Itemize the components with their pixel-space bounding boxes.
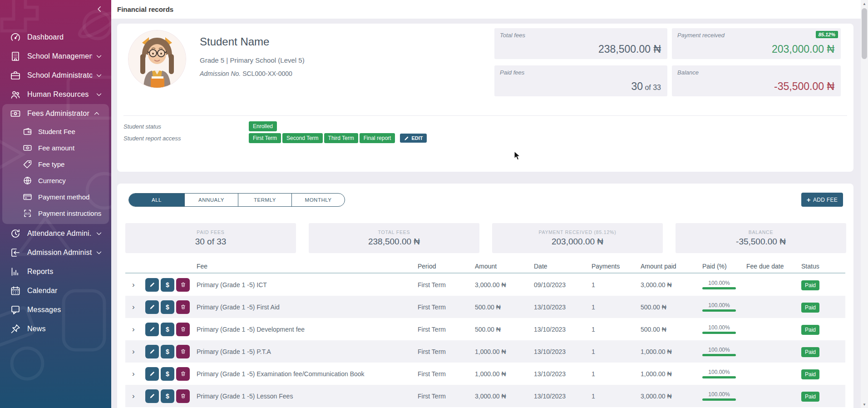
fee-name: Primary (Grade 1 -5) Development fee: [197, 326, 418, 333]
sidebar-item-student-fee[interactable]: Student Fee: [2, 123, 109, 139]
sidebar-item-label: Reports: [27, 268, 103, 276]
fee-name: Primary (Grade 1 -5) Examination fee/Com…: [197, 370, 418, 378]
sidebar-item-messages[interactable]: Messages: [0, 300, 111, 319]
payment-received-value: 203,000.00 ₦: [772, 43, 834, 55]
sidebar-item-payment-instructions[interactable]: 0121 Payment instructions: [2, 205, 109, 221]
sidebar-item-label: Payment instructions: [38, 209, 101, 217]
scrollbar-thumb[interactable]: [862, 8, 867, 59]
sidebar-item-payment-method[interactable]: Payment method: [2, 189, 109, 205]
delete-fee-button[interactable]: [176, 367, 190, 381]
sidebar-item-news[interactable]: News: [0, 319, 111, 338]
table-row: › $ Primary (Grade 1 -5) Development fee…: [125, 318, 845, 340]
delete-fee-button[interactable]: [176, 345, 190, 358]
table-body: › $ Primary (Grade 1 -5) ICT First Term …: [125, 274, 845, 407]
col-header-fee: Fee: [197, 263, 418, 270]
pay-fee-button[interactable]: $: [161, 323, 174, 336]
edit-fee-button[interactable]: [145, 345, 159, 358]
delete-fee-button[interactable]: [176, 278, 190, 292]
sidebar-item-label: Admission Administ...: [27, 249, 92, 257]
page-header: Financial records: [111, 0, 861, 19]
term-badge: Second Term: [282, 133, 322, 143]
admission-value: SCL000-XX-0000: [242, 70, 292, 77]
edit-fee-button[interactable]: [145, 323, 159, 336]
svg-text:0121: 0121: [25, 211, 31, 214]
pay-fee-button[interactable]: $: [161, 300, 174, 314]
pencil-icon: [404, 136, 409, 141]
tab-annualy[interactable]: ANNUALY: [184, 194, 238, 206]
status-paid-badge: Paid: [801, 303, 819, 313]
edit-fee-button[interactable]: [145, 389, 159, 403]
col-header-amount-paid: Amount paid: [641, 263, 702, 270]
row-expand-chevron[interactable]: ›: [132, 280, 135, 289]
paid-fees-value: 30 of 33: [631, 80, 661, 93]
scroll-up-arrow[interactable]: ▲: [861, 0, 868, 7]
row-expand-chevron[interactable]: ›: [132, 303, 135, 311]
fees-table-card: ALL ANNUALY TERMLY MONTHLY + ADD FEE PAI…: [117, 184, 853, 408]
sidebar-item-reports[interactable]: Reports: [0, 262, 111, 281]
col-header-status: Status: [801, 263, 845, 270]
row-expand-chevron[interactable]: ›: [132, 392, 135, 400]
pay-fee-button[interactable]: $: [161, 278, 174, 292]
sidebar-item-fees-administrator[interactable]: Fees Administrator: [2, 104, 109, 123]
stat-payment-received: PAYMENT RECEIVED (85.12%) 203,000.00 ₦: [492, 223, 663, 253]
sidebar-item-dashboard[interactable]: Dashboard: [0, 28, 111, 47]
table-row: › $ Primary (Grade 1 -5) P.T.A First Ter…: [125, 340, 845, 363]
trash-icon: [180, 282, 186, 288]
dollar-icon: $: [166, 326, 169, 333]
pay-fee-button[interactable]: $: [161, 345, 174, 358]
sidebar-item-fee-amount[interactable]: Fee amount: [2, 139, 109, 156]
progress-bar: [702, 354, 736, 356]
chevron-down-icon: [95, 52, 103, 60]
edit-fee-button[interactable]: [145, 367, 159, 381]
pay-fee-button[interactable]: $: [161, 389, 174, 403]
fee-name: Primary (Grade 1 -5) First Aid: [197, 304, 418, 311]
edit-fee-button[interactable]: [145, 278, 159, 292]
sidebar-item-calendar[interactable]: Calendar: [0, 281, 111, 300]
sidebar-item-label: School Administrator: [27, 71, 92, 80]
add-fee-button[interactable]: + ADD FEE: [801, 193, 843, 207]
pay-fee-button[interactable]: $: [161, 367, 174, 381]
pencil-icon: [149, 371, 155, 377]
sidebar-item-fee-type[interactable]: Fee type: [2, 156, 109, 172]
card-divider: [123, 115, 847, 116]
delete-fee-button[interactable]: [176, 323, 190, 336]
tab-all[interactable]: ALL: [129, 194, 184, 206]
trash-icon: [180, 326, 186, 332]
sidebar-item-school-administrator[interactable]: School Administrator: [0, 66, 111, 85]
tab-termly[interactable]: TERMLY: [238, 194, 291, 206]
main-area: Financial records: [111, 0, 861, 408]
fee-name: Primary (Grade 1 -5) P.T.A: [197, 348, 418, 355]
edit-report-access-button[interactable]: EDIT: [400, 134, 427, 143]
row-expand-chevron[interactable]: ›: [132, 325, 135, 333]
paid-percent-indicator: 100.00%: [702, 347, 736, 356]
sidebar-item-attendance-administrator[interactable]: Attendance Admini...: [0, 224, 111, 243]
fee-name: Primary (Grade 1 -5) Lesson Fees: [197, 393, 418, 400]
trash-icon: [180, 393, 186, 399]
sidebar-item-admission-administrator[interactable]: Admission Administ...: [0, 243, 111, 262]
delete-fee-button[interactable]: [176, 300, 190, 314]
fees-table: Fee Period Amount Date Payments Amount p…: [125, 259, 845, 407]
pencil-icon: [149, 304, 155, 310]
stat-paid-fees: PAID FEES 30 of 33: [125, 223, 296, 253]
wallet-icon: [23, 127, 32, 136]
student-name: Student Name: [200, 35, 269, 48]
tab-monthly[interactable]: MONTHLY: [291, 194, 345, 206]
pushpin-icon: [10, 323, 21, 334]
sidebar-item-label: Fee amount: [38, 144, 74, 152]
row-expand-chevron[interactable]: ›: [132, 369, 135, 378]
sidebar-item-label: Payment method: [38, 193, 89, 201]
sidebar-item-label: Fee type: [38, 160, 64, 168]
sidebar-item-human-resources[interactable]: Human Resources: [0, 85, 111, 104]
sidebar-item-school-management[interactable]: School Management: [0, 47, 111, 66]
delete-fee-button[interactable]: [176, 389, 190, 403]
edit-fee-button[interactable]: [145, 300, 159, 314]
trash-icon: [180, 304, 186, 310]
sidebar-item-label: School Management: [27, 52, 92, 60]
sidebar-item-label: Calendar: [27, 287, 103, 295]
payment-code-icon: 0121: [23, 209, 32, 218]
row-expand-chevron[interactable]: ›: [132, 347, 135, 356]
sidebar-collapse-button[interactable]: [94, 4, 105, 15]
report-access-label: Student report access: [123, 135, 249, 142]
scroll-down-arrow[interactable]: ▼: [861, 401, 868, 408]
sidebar-item-currency[interactable]: Currency: [2, 172, 109, 189]
